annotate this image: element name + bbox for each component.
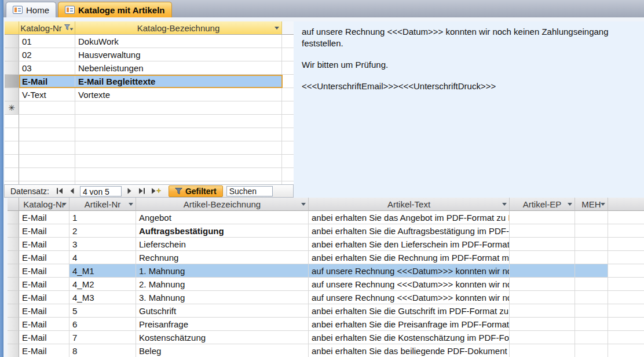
new-record-row[interactable]: ✳ — [5, 101, 294, 115]
cell-katalog-bezeichnung[interactable]: Vortexte — [75, 88, 282, 101]
last-record-button[interactable] — [136, 187, 148, 195]
chevron-down-icon[interactable] — [568, 203, 572, 206]
katalog-row: 03 Nebenleistungen — [5, 61, 294, 75]
chevron-down-icon[interactable] — [502, 203, 507, 206]
cell-katalog-bezeichnung[interactable]: Nebenleistungen — [75, 61, 282, 75]
trailing-header — [608, 198, 644, 211]
artikel-row: E-Mail 8 Beleg anbei erhalten Sie das be… — [8, 344, 644, 357]
row-selector[interactable] — [5, 88, 19, 101]
row-selector[interactable] — [8, 291, 19, 304]
form-icon — [65, 6, 75, 14]
record-navigator-label: Datensatz: — [10, 187, 49, 196]
form-icon — [13, 6, 23, 14]
cell-katalog-bezeichnung[interactable]: DokuWork — [75, 35, 282, 48]
previous-record-icon — [69, 188, 75, 194]
row-selector[interactable] — [8, 318, 19, 331]
filtered-label: Gefiltert — [185, 187, 217, 196]
artikel-datasheet: Katalog-Nr Artikel-Nr Artikel-Bezeichnun… — [8, 198, 644, 357]
artikel-text-preview[interactable]: auf unsere Rechnung <<<Datum>>> konnten … — [294, 21, 644, 198]
katalog-row: 01 DokuWork — [5, 35, 294, 48]
katalog-datasheet: Katalog-Nr Katalog-Bezeichnung 01 DokuWo… — [5, 21, 294, 184]
cell-katalog-nr[interactable]: 01 — [19, 35, 75, 48]
row-selector[interactable] — [5, 61, 19, 75]
next-record-button[interactable] — [124, 187, 135, 195]
katalog-row: 02 Hausverwaltung — [5, 48, 294, 61]
access-window: Home Kataloge mit Artikeln Katalog-Nr Ka… — [0, 0, 644, 357]
artikel-row: E-Mail 2 Auftragsbestätigung anbei erhal… — [8, 224, 644, 238]
chevron-down-icon[interactable] — [275, 27, 279, 30]
row-selector[interactable] — [8, 344, 19, 357]
artikel-row: E-Mail 4_M2 2. Mahnung auf unsere Rechnu… — [8, 278, 644, 291]
first-record-button[interactable] — [54, 187, 65, 195]
katalog-row: V-Text Vortexte — [5, 88, 294, 101]
record-position-box[interactable]: 4 von 5 — [80, 186, 122, 196]
column-header-katalog-nr[interactable]: Katalog-Nr — [19, 198, 69, 211]
preview-line-2: Wir bitten um Prüfung. — [302, 59, 636, 71]
filtered-button[interactable]: Gefiltert — [169, 185, 223, 197]
empty-grid-row — [5, 168, 294, 181]
row-selector[interactable] — [8, 331, 19, 344]
artikel-row: E-Mail 3 Lieferschein anbei erhalten Sie… — [8, 238, 644, 251]
previous-record-button[interactable] — [67, 187, 78, 195]
artikel-row: E-Mail 6 Preisanfrage anbei erhalten Sie… — [8, 318, 644, 331]
tab-kataloge-mit-artikeln[interactable]: Kataloge mit Artikeln — [58, 2, 171, 17]
column-header-meh[interactable]: MEH — [575, 198, 608, 211]
column-header-artikel-ep[interactable]: Artikel-EP — [510, 198, 575, 211]
chevron-down-icon[interactable] — [129, 203, 133, 206]
artikel-row: E-Mail 5 Gutschrift anbei erhalten Sie d… — [8, 304, 644, 318]
preview-line-1: auf unsere Rechnung <<<Datum>>> konnten … — [302, 26, 636, 49]
tab-home[interactable]: Home — [6, 2, 56, 17]
cell-katalog-nr[interactable]: 03 — [19, 61, 75, 75]
katalog-row-selected[interactable]: E-Mail E-Mail Begleittexte — [5, 75, 294, 88]
new-record-button[interactable] — [149, 187, 164, 195]
row-selector[interactable] — [5, 48, 19, 61]
column-header-artikel-bezeichnung[interactable]: Artikel-Bezeichnung — [136, 198, 309, 211]
row-selector[interactable] — [8, 304, 19, 318]
row-selector[interactable] — [5, 75, 19, 88]
trailing-header — [282, 21, 294, 35]
cell-katalog-bezeichnung[interactable]: E-Mail Begleittexte — [75, 75, 282, 88]
artikel-row: E-Mail 7 Kostenschätzung anbei erhalten … — [8, 331, 644, 344]
filter-applied-icon[interactable] — [64, 24, 74, 31]
tab-kataloge-label: Kataloge mit Artikeln — [78, 5, 164, 15]
empty-grid-row — [5, 115, 294, 128]
search-input[interactable] — [226, 186, 273, 196]
document-tab-bar: Home Kataloge mit Artikeln — [3, 0, 644, 17]
chevron-down-icon[interactable] — [601, 203, 605, 206]
column-header-artikel-nr[interactable]: Artikel-Nr — [69, 198, 136, 211]
new-record-icon — [151, 188, 162, 194]
preview-line-3: <<<UnterschriftEmail>>><<<UnterschriftDr… — [302, 81, 636, 92]
artikel-row: E-Mail 4_M3 3. Mahnung auf unsere Rechnu… — [8, 291, 644, 304]
chevron-down-icon[interactable] — [301, 203, 306, 206]
row-selector[interactable] — [8, 211, 19, 224]
select-all-corner[interactable] — [8, 198, 19, 211]
row-selector[interactable] — [5, 35, 19, 48]
cell-katalog-nr[interactable]: E-Mail — [19, 75, 75, 88]
row-selector[interactable] — [8, 264, 19, 278]
new-record-icon[interactable]: ✳ — [5, 101, 19, 115]
column-header-katalog-nr[interactable]: Katalog-Nr — [19, 21, 75, 35]
last-record-icon — [138, 188, 145, 194]
chevron-down-icon[interactable] — [62, 203, 67, 206]
empty-grid-row — [5, 155, 294, 168]
row-selector[interactable] — [8, 278, 19, 291]
column-header-katalog-bezeichnung[interactable]: Katalog-Bezeichnung — [75, 21, 282, 35]
cell-katalog-bezeichnung[interactable]: Hausverwaltung — [75, 48, 282, 61]
column-header-artikel-text[interactable]: Artikel-Text — [309, 198, 510, 211]
row-selector[interactable] — [8, 238, 19, 251]
first-record-icon — [56, 188, 63, 194]
select-all-corner[interactable] — [5, 21, 19, 35]
next-record-icon — [126, 188, 133, 194]
row-selector[interactable] — [8, 224, 19, 238]
funnel-icon — [175, 188, 182, 195]
empty-grid-row — [5, 128, 294, 141]
row-selector[interactable] — [8, 251, 19, 264]
artikel-row: E-Mail 4 Rechnung anbei erhalten Sie die… — [8, 251, 644, 264]
artikel-row-selected[interactable]: E-Mail 4_M1 1. Mahnung auf unsere Rechnu… — [8, 264, 644, 278]
cell-katalog-nr[interactable]: 02 — [19, 48, 75, 61]
cell-katalog-nr[interactable]: V-Text — [19, 88, 75, 101]
window-left-edge — [0, 0, 3, 357]
artikel-row: E-Mail 1 Angebot anbei erhalten Sie das … — [8, 211, 644, 224]
record-navigator: Datensatz: 4 von 5 Gefiltert — [4, 184, 294, 198]
tab-home-label: Home — [26, 5, 49, 15]
